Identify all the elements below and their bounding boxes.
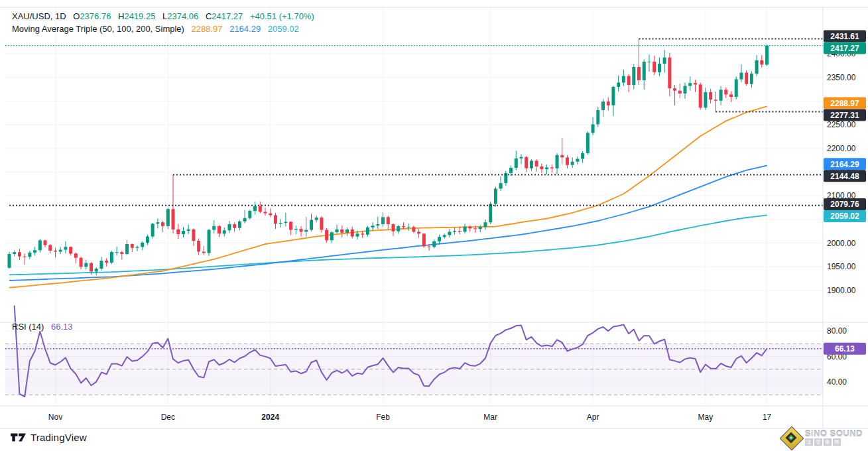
candle — [581, 153, 584, 159]
candle — [264, 212, 267, 213]
candle — [622, 76, 625, 83]
svg-text:2059.02: 2059.02 — [830, 212, 859, 221]
time-axis-label: 17 — [763, 413, 772, 422]
candle — [489, 204, 492, 222]
time-axis[interactable]: NovDec2024FebMarAprMay17 — [48, 413, 772, 422]
candle — [233, 224, 236, 228]
candle — [336, 229, 339, 232]
ma-50-value: 2288.97 — [192, 24, 223, 34]
candle — [499, 183, 503, 189]
candle — [54, 251, 57, 251]
candle — [38, 240, 42, 250]
sino-subtitle: 漢聲集團 — [805, 438, 863, 446]
candle — [417, 231, 420, 233]
candle — [422, 233, 426, 246]
candle — [208, 230, 211, 253]
price-badge: 2059.02 — [824, 210, 866, 222]
tradingview-logo[interactable]: TradingView — [11, 432, 87, 443]
candle — [458, 231, 462, 231]
price-axis-label: 2000.00 — [827, 239, 856, 248]
candle — [351, 229, 354, 237]
candle — [397, 226, 400, 231]
candle — [566, 157, 569, 164]
candle — [494, 188, 497, 204]
candle — [161, 222, 164, 226]
candle — [714, 99, 717, 100]
tradingview-label: TradingView — [31, 432, 87, 443]
price-axis[interactable]: 2400.002350.002300.002250.002200.002150.… — [824, 31, 866, 387]
price-badge: 2417.27 — [824, 42, 866, 54]
candle — [525, 157, 528, 168]
candle — [392, 224, 395, 231]
candle — [48, 245, 52, 251]
candle — [274, 215, 277, 224]
candle — [586, 133, 589, 153]
candle — [13, 252, 16, 254]
candle — [735, 80, 738, 97]
sino-diamond-icon — [780, 426, 802, 449]
candle — [432, 241, 436, 247]
high-value: 2419.25 — [124, 11, 155, 21]
time-axis-label: May — [698, 413, 713, 422]
candle — [355, 233, 359, 236]
candle — [371, 226, 375, 227]
candle — [464, 227, 467, 232]
candle — [223, 230, 226, 233]
candle — [166, 209, 170, 226]
candle — [28, 253, 31, 257]
rsi-axis-label: 80.00 — [827, 326, 847, 336]
svg-text:2431.61: 2431.61 — [830, 32, 859, 41]
candle — [182, 231, 185, 234]
svg-text:2144.48: 2144.48 — [830, 172, 859, 181]
price-axis-label: 1900.00 — [827, 286, 856, 295]
chart-canvas[interactable]: 2400.002350.002300.002250.002200.002150.… — [0, 0, 868, 451]
open-value: 2376.76 — [80, 11, 111, 21]
candle — [652, 62, 656, 72]
candle — [699, 84, 702, 107]
candle — [438, 237, 441, 241]
candle — [115, 252, 119, 253]
candle — [724, 90, 727, 94]
candle — [238, 222, 241, 228]
candle — [33, 250, 36, 253]
price-badge: 2288.97 — [824, 97, 866, 109]
price-badge: 2164.29 — [824, 158, 866, 170]
symbol-legend: XAU/USD, 1D O2376.76 H2419.25 L2374.06 C… — [12, 11, 314, 21]
price-badge: 2079.76 — [824, 198, 866, 210]
candle — [545, 167, 548, 169]
candle — [136, 247, 139, 247]
candle — [530, 161, 533, 168]
high-label: H — [118, 11, 124, 21]
candle — [197, 241, 200, 251]
candle — [560, 155, 564, 158]
sino-title: SiNO SOUND — [805, 430, 863, 438]
candle — [366, 227, 369, 235]
candle — [443, 235, 446, 237]
time-axis-label: Dec — [161, 413, 175, 422]
candle — [192, 229, 195, 241]
candle — [617, 83, 620, 87]
candle — [448, 231, 451, 235]
rsi-axis-label: 40.00 — [827, 377, 847, 387]
price-badge: 66.13 — [824, 343, 866, 355]
candles[interactable] — [8, 38, 769, 275]
candle — [719, 90, 723, 100]
candle — [668, 58, 671, 88]
candle — [212, 226, 216, 230]
price-axis-label: 2250.00 — [827, 120, 856, 129]
candle — [637, 67, 641, 80]
candle — [750, 74, 753, 84]
candle — [387, 217, 390, 224]
candle — [540, 166, 543, 169]
candle — [428, 247, 431, 247]
candle — [453, 231, 456, 231]
price-axis-label: 2350.00 — [827, 73, 856, 82]
candle — [663, 58, 666, 64]
candle — [345, 229, 349, 233]
candle — [59, 250, 62, 252]
candle — [729, 94, 733, 97]
candle — [294, 229, 298, 229]
ma-200-value: 2059.02 — [268, 24, 299, 34]
symbol-title: XAU/USD, 1D — [12, 11, 66, 21]
candle — [141, 243, 144, 247]
